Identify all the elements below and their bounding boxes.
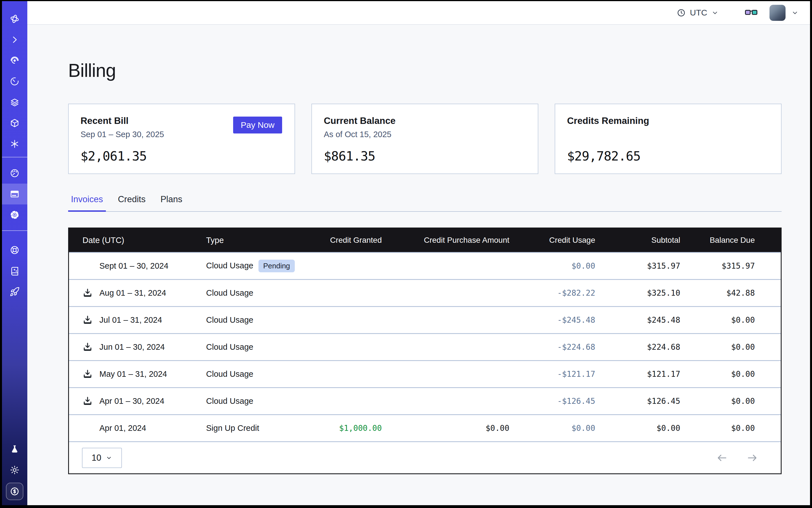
logo-icon[interactable]: [2, 8, 27, 29]
invoice-date: May 01 – 31, 2024: [99, 370, 167, 379]
invoice-date: Aug 01 – 31, 2024: [99, 288, 166, 298]
page-size-value: 10: [91, 453, 101, 463]
chevron-down-icon: [711, 9, 719, 16]
column-header-balance-due: Balance Due: [680, 236, 781, 245]
settings-icon[interactable]: [2, 204, 27, 225]
card-title: Credits Remaining: [567, 116, 769, 126]
table-footer: 10: [69, 441, 781, 473]
invoice-type: Cloud Usage: [206, 396, 299, 406]
table-row: May 01 – 31, 2024 Cloud Usage -$121.17 $…: [69, 360, 781, 387]
download-invoice-icon[interactable]: [82, 342, 93, 353]
column-header-credit-purchase: Credit Purchase Amount: [382, 236, 509, 245]
credit-usage: -$121.17: [509, 370, 595, 379]
download-invoice-icon[interactable]: [82, 369, 93, 380]
column-header-date: Date (UTC): [69, 236, 206, 245]
balance-due: $0.00: [680, 396, 781, 406]
timezone-selector[interactable]: UTC: [677, 8, 719, 17]
column-header-credit-granted: Credit Granted: [299, 236, 382, 245]
table-row: Aug 01 – 31, 2024 Cloud Usage -$282.22 $…: [69, 279, 781, 306]
main-content: Billing Recent Bill Sep 01 – Sep 30, 202…: [27, 25, 810, 505]
credits-remaining-card: Credits Remaining $29,782.65: [555, 103, 781, 174]
subtotal: $245.48: [595, 315, 680, 325]
subtotal: $325.10: [595, 288, 680, 298]
lifebuoy-icon[interactable]: [2, 240, 27, 260]
table-row: Sept 01 – 30, 2024 Cloud UsagePending $0…: [69, 252, 781, 279]
billing-tabs: Invoices Credits Plans: [68, 194, 781, 212]
subtotal: $0.00: [595, 424, 680, 433]
3d-glasses-icon[interactable]: [745, 8, 758, 17]
app-window: UTC Billing Recent Bill Sep 01 – Sep 30,…: [0, 0, 812, 508]
invoice-date: Sept 01 – 30, 2024: [99, 261, 168, 270]
avatar[interactable]: [769, 5, 785, 21]
rocket-icon[interactable]: [2, 281, 27, 302]
balance-due: $0.00: [680, 342, 781, 352]
credit-granted: $1,000.00: [299, 424, 382, 433]
cube-icon[interactable]: [2, 113, 27, 133]
credit-usage: -$245.48: [509, 315, 595, 325]
balance-due: $315.97: [680, 261, 781, 270]
credit-usage: -$126.45: [509, 396, 595, 406]
chevron-right-icon[interactable]: [2, 29, 27, 50]
download-invoice-icon[interactable]: [82, 314, 93, 326]
invoices-table: Date (UTC) Type Credit Granted Credit Pu…: [68, 227, 781, 474]
subtotal: $315.97: [595, 261, 680, 270]
asterisk-icon[interactable]: [2, 133, 27, 154]
credit-usage: $0.00: [509, 261, 595, 270]
credit-usage: -$282.22: [509, 288, 595, 298]
credit-usage: $0.00: [509, 424, 595, 433]
column-header-type: Type: [206, 236, 299, 245]
download-invoice-icon[interactable]: [82, 396, 93, 407]
subtotal: $121.17: [595, 370, 680, 379]
credit-usage: -$224.68: [509, 342, 595, 352]
summary-cards: Recent Bill Sep 01 – Sep 30, 2025 $2,061…: [68, 103, 781, 174]
sidebar: [2, 1, 27, 505]
invoice-type: Cloud Usage: [206, 261, 253, 270]
docs-icon[interactable]: [2, 260, 27, 281]
current-balance-card: Current Balance As of Oct 15, 2025 $861.…: [311, 103, 538, 174]
user-menu-caret[interactable]: [791, 9, 799, 16]
chevron-down-icon: [105, 455, 112, 461]
column-header-subtotal: Subtotal: [595, 236, 680, 245]
invoice-date: Apr 01, 2024: [99, 424, 146, 433]
current-balance-amount: $861.35: [324, 149, 375, 164]
pay-now-button[interactable]: Pay Now: [233, 117, 282, 133]
invoice-type: Cloud Usage: [206, 370, 299, 379]
timezone-label: UTC: [690, 8, 707, 17]
earn-credits-icon[interactable]: [6, 483, 24, 500]
layers-icon[interactable]: [2, 92, 27, 113]
gauge-icon[interactable]: [2, 163, 27, 183]
table-row: Jun 01 – 30, 2024 Cloud Usage -$224.68 $…: [69, 333, 781, 360]
subtotal: $224.68: [595, 342, 680, 352]
tab-plans[interactable]: Plans: [158, 194, 185, 211]
sidebar-divider: [2, 157, 27, 158]
timer-icon[interactable]: [2, 71, 27, 92]
previous-page-icon[interactable]: [716, 452, 728, 464]
table-header: Date (UTC) Type Credit Granted Credit Pu…: [69, 228, 781, 252]
topbar: UTC: [27, 1, 810, 25]
invoice-date: Jul 01 – 31, 2024: [99, 315, 162, 325]
flask-icon[interactable]: [2, 439, 27, 460]
invoice-type: Cloud Usage: [206, 342, 299, 352]
next-page-icon[interactable]: [746, 452, 758, 464]
credit-purchase: $0.00: [382, 424, 509, 433]
invoice-date: Jun 01 – 30, 2024: [99, 342, 165, 352]
table-row: Apr 01 – 30, 2024 Cloud Usage -$126.45 $…: [69, 387, 781, 414]
balance-due: $0.00: [680, 370, 781, 379]
balance-due: $42.88: [680, 288, 781, 298]
invoice-date: Apr 01 – 30, 2024: [99, 396, 164, 406]
subtotal: $126.45: [595, 396, 680, 406]
column-header-credit-usage: Credit Usage: [509, 236, 595, 245]
status-badge: Pending: [258, 260, 295, 272]
page-size-select[interactable]: 10: [82, 448, 122, 468]
download-invoice-icon[interactable]: [82, 288, 93, 299]
table-row: Jul 01 – 31, 2024 Cloud Usage -$245.48 $…: [69, 306, 781, 333]
tab-credits[interactable]: Credits: [115, 194, 148, 211]
balance-as-of: As of Oct 15, 2025: [324, 130, 526, 139]
credits-remaining-amount: $29,782.65: [567, 149, 641, 164]
card-title: Current Balance: [324, 116, 526, 126]
tab-invoices[interactable]: Invoices: [68, 194, 106, 211]
sun-icon[interactable]: [2, 460, 27, 480]
page-title: Billing: [68, 60, 810, 81]
billing-icon[interactable]: [2, 183, 27, 204]
spiral-eye-icon[interactable]: [2, 50, 27, 71]
